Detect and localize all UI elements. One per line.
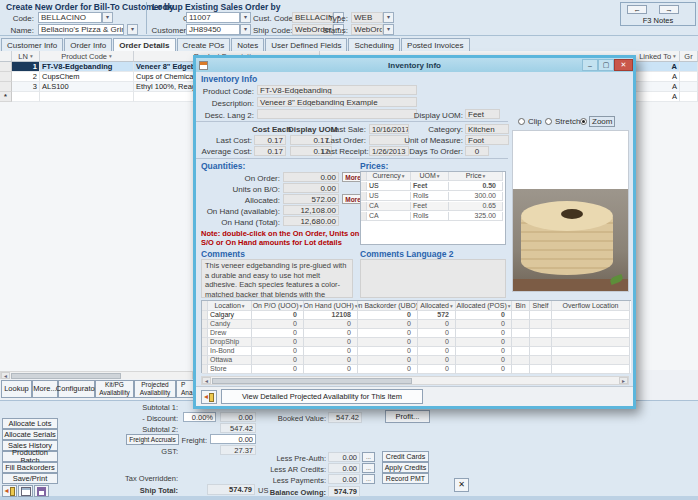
location-row[interactable]: Drew 0 0 0 0 0 [202,329,630,338]
on-backorder-cell[interactable]: 0 [358,320,418,329]
description-field[interactable]: Veneer 8" Edgebanding Example [257,97,417,107]
code-combobox[interactable]: BELLACINO [38,12,102,23]
unit-of-measure-field[interactable]: Foot [465,135,509,145]
customer-po-combobox[interactable]: JH89450 [186,24,240,35]
allocated-pos-cell[interactable]: 0 [456,347,512,356]
desc-lang2-field[interactable] [257,109,417,119]
column-dropdown-icon[interactable]: ▾ [508,302,511,310]
linked-to-cell[interactable]: A [636,62,680,72]
price-row[interactable]: CA Feet 0.65 [361,202,503,211]
on-hand-cell[interactable]: 0 [304,365,358,374]
product-image-frame[interactable] [512,130,629,292]
ar-credits-browse-button[interactable]: ... [362,463,375,473]
overflow-cell[interactable] [552,320,630,329]
linked-row[interactable]: A [636,92,698,102]
column-dropdown-icon[interactable]: ▾ [300,302,303,310]
allocated-cell[interactable]: 0 [418,347,456,356]
on-order-field[interactable]: 0.00 [283,172,339,182]
on-po-cell[interactable]: 0 [252,320,304,329]
on-po-cell[interactable]: 0 [252,365,304,374]
type-combobox[interactable]: WEB [351,12,383,23]
tab-create-pos[interactable]: Create POs [177,38,231,51]
column-dropdown-icon[interactable]: ▾ [402,172,405,180]
on-po-cell[interactable]: 0 [252,311,304,320]
scroll-left-icon[interactable]: ◄ [1,372,10,379]
location-name-cell[interactable]: DropShip [208,338,252,347]
lookup-button[interactable]: Lookup [1,380,32,398]
on-po-column-header[interactable]: On P/O (UOO)▾ [252,301,304,311]
name-dropdown-icon[interactable]: ▾ [127,24,138,35]
uom-cell[interactable]: Feet [411,202,449,211]
dialog-titlebar[interactable]: Inventory Info – ▢ ✕ [196,58,633,72]
overflow-cell[interactable] [552,356,630,365]
allocated-pos-cell[interactable]: 0 [456,329,512,338]
price-column-header[interactable]: Price▾ [449,172,503,181]
on-backorder-cell[interactable]: 0 [358,311,418,320]
location-row[interactable]: Candy 0 0 0 0 0 [202,320,630,329]
location-row[interactable]: Calgary 0 12108 0 572 0 [202,311,630,320]
allocated-pos-cell[interactable]: 0 [456,311,512,320]
uom-cell[interactable]: Rolls [411,212,449,221]
nav-previous-button[interactable]: ← [627,5,647,14]
location-row[interactable]: In-Bond 0 0 0 0 0 [202,347,630,356]
on-backorder-cell[interactable]: 0 [358,329,418,338]
column-dropdown-icon[interactable]: ▾ [450,302,453,310]
column-dropdown-icon[interactable]: ▾ [30,53,33,59]
location-name-cell[interactable]: Drew [208,329,252,338]
product-code-column-header[interactable]: Product Code▾ [40,51,134,62]
status-dropdown-icon[interactable]: ▾ [383,24,394,35]
row-selector[interactable] [0,62,12,72]
on-backorder-cell[interactable]: 0 [358,338,418,347]
scroll-left-icon[interactable]: ◄ [202,377,211,384]
on-hand-cell[interactable]: 0 [304,338,358,347]
type-dropdown-icon[interactable]: ▾ [383,12,394,23]
location-name-cell[interactable]: Store [208,365,252,374]
scrollbar-thumb[interactable] [212,378,412,384]
configurator-button[interactable]: Configurator [58,380,95,398]
allocate-serials-button[interactable]: Allocate Serials [2,429,58,440]
overflow-cell[interactable] [552,338,630,347]
linked-row[interactable]: A [636,62,698,72]
column-dropdown-icon[interactable]: ▾ [109,53,112,59]
on-po-cell[interactable]: 0 [252,338,304,347]
production-batch-button[interactable]: Production Batch [2,451,58,462]
fill-backorders-button[interactable]: Fill Backorders [2,462,58,473]
on-backorder-column-header[interactable]: On Backorder (UBO)▾ [358,301,418,311]
product-code-field[interactable]: FT-V8-Edgebanding [257,85,417,95]
shelf-cell[interactable] [530,329,552,338]
allocated-cell[interactable]: 0 [418,356,456,365]
price-row[interactable]: US Rolls 300.00 [361,192,503,201]
f3-notes-button[interactable]: F3 Notes [621,16,695,25]
save-record-button[interactable] [34,485,49,497]
ln-cell[interactable] [12,92,40,102]
code-dropdown-icon[interactable]: ▾ [102,12,113,23]
location-row[interactable]: Ottawa 0 0 0 0 0 [202,356,630,365]
bin-cell[interactable] [512,356,530,365]
payments-browse-button[interactable]: ... [362,474,375,484]
clip-radio[interactable] [518,118,525,125]
shelf-column-header[interactable]: Shelf [530,301,552,311]
overflow-column-header[interactable]: Overflow Location [552,301,630,311]
location-column-header[interactable]: Location▾ [208,301,252,311]
display-uom-field[interactable]: Feet [465,109,500,119]
comments-textbox[interactable]: This veneer edgebanding is pre-glued wit… [201,259,353,298]
last-sale-field[interactable]: 10/16/2017 [369,124,409,134]
on-hand-cell[interactable]: 0 [304,329,358,338]
bin-cell[interactable] [512,365,530,374]
ln-cell[interactable]: 3 [12,82,40,92]
on-hand-cell[interactable]: 0 [304,356,358,365]
category-field[interactable]: Kitchen [465,124,509,134]
shelf-cell[interactable] [530,365,552,374]
currency-column-header[interactable]: Currency▾ [367,172,411,181]
overflow-cell[interactable] [552,347,630,356]
dialog-exit-button[interactable]: ◂ [201,390,217,404]
linked-to-cell[interactable]: A [636,92,680,102]
tab-order-info[interactable]: Order Info [64,38,112,51]
column-dropdown-icon[interactable]: ▾ [483,172,486,180]
delete-order-button[interactable]: ✕ [454,478,469,492]
nav-next-button[interactable]: → [659,5,679,14]
bin-cell[interactable] [512,347,530,356]
overflow-cell[interactable] [552,365,630,374]
bin-column-header[interactable]: Bin [512,301,530,311]
row-selector[interactable] [0,82,12,92]
